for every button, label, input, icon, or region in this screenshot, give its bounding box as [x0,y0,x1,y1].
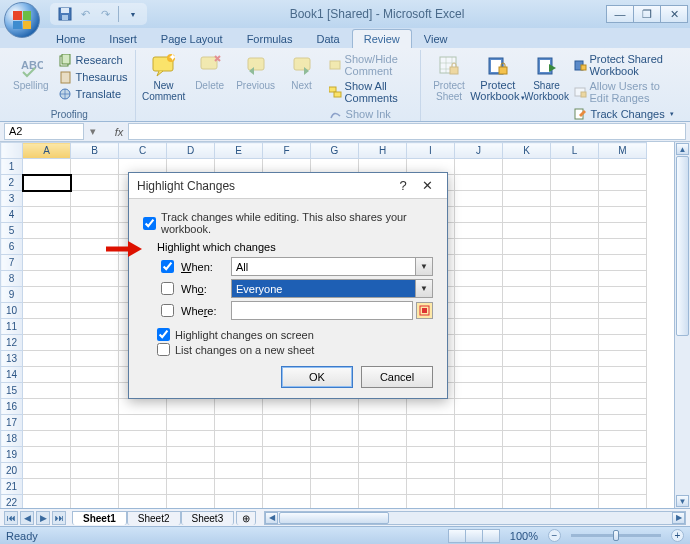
cell[interactable] [599,399,647,415]
column-header[interactable]: L [551,143,599,159]
list-new-sheet-checkbox[interactable] [157,343,170,356]
row-header[interactable]: 5 [1,223,23,239]
cell[interactable] [551,271,599,287]
cell[interactable] [119,463,167,479]
column-header[interactable]: A [23,143,71,159]
cell[interactable] [599,255,647,271]
cell[interactable] [407,463,455,479]
row-header[interactable]: 16 [1,399,23,415]
cell[interactable] [167,415,215,431]
cell[interactable] [503,255,551,271]
protect-workbook-button[interactable]: Protect Workbook▾ [473,50,522,105]
cell[interactable] [263,415,311,431]
cell[interactable] [455,255,503,271]
cell[interactable] [407,495,455,509]
cell[interactable] [455,479,503,495]
minimize-button[interactable]: — [606,5,634,23]
who-combobox[interactable]: Everyone▼ [231,279,433,298]
cell[interactable] [455,463,503,479]
cell[interactable] [551,207,599,223]
cell[interactable] [503,207,551,223]
horizontal-scroll-thumb[interactable] [279,512,389,524]
cell[interactable] [215,399,263,415]
cell[interactable] [551,367,599,383]
new-sheet-button[interactable]: ⊕ [236,511,256,525]
column-header[interactable]: K [503,143,551,159]
cell[interactable] [599,175,647,191]
column-header[interactable]: F [263,143,311,159]
track-changes-button[interactable]: Track Changes▾ [571,106,682,122]
cell[interactable] [167,399,215,415]
scroll-left-button[interactable]: ◀ [265,512,278,524]
row-header[interactable]: 22 [1,495,23,509]
save-icon[interactable] [58,7,72,21]
cell[interactable] [23,479,71,495]
cell[interactable] [23,431,71,447]
cell[interactable] [215,447,263,463]
where-checkbox[interactable] [161,304,174,317]
cell[interactable] [599,383,647,399]
cell[interactable] [263,463,311,479]
cell[interactable] [503,431,551,447]
cell[interactable] [71,383,119,399]
scroll-up-button[interactable]: ▲ [676,143,689,155]
cell[interactable] [599,447,647,463]
tab-page-layout[interactable]: Page Layout [149,29,235,48]
cell[interactable] [455,287,503,303]
cell[interactable] [215,415,263,431]
cell[interactable] [551,463,599,479]
cell[interactable] [551,415,599,431]
cell[interactable] [167,479,215,495]
new-comment-button[interactable]: ✦ New Comment [142,50,186,104]
cell[interactable] [23,399,71,415]
cell[interactable] [599,367,647,383]
cell[interactable] [23,335,71,351]
name-box[interactable]: A2 [4,123,84,140]
cell[interactable] [71,319,119,335]
fx-button[interactable]: fx [112,124,126,140]
cell[interactable] [503,175,551,191]
row-header[interactable]: 7 [1,255,23,271]
cell[interactable] [167,447,215,463]
select-all-corner[interactable] [1,143,23,159]
prev-sheet-button[interactable]: ◀ [20,511,34,525]
scroll-right-button[interactable]: ▶ [672,512,685,524]
zoom-label[interactable]: 100% [510,530,538,542]
qat-customize-icon[interactable]: ▼ [125,7,139,21]
cell[interactable] [215,463,263,479]
cell[interactable] [119,447,167,463]
cell[interactable] [119,479,167,495]
dialog-close-button[interactable]: ✕ [415,176,439,196]
previous-comment-button[interactable]: Previous [234,50,278,93]
cell[interactable] [503,271,551,287]
tab-formulas[interactable]: Formulas [235,29,305,48]
office-button[interactable] [4,2,40,38]
cell[interactable] [503,335,551,351]
research-button[interactable]: Research [56,52,131,68]
next-comment-button[interactable]: Next [280,50,324,93]
cell[interactable] [551,159,599,175]
cell[interactable] [455,367,503,383]
cell[interactable] [71,159,119,175]
row-header[interactable]: 14 [1,367,23,383]
cell[interactable] [455,239,503,255]
formula-input[interactable] [128,123,686,140]
cell[interactable] [263,495,311,509]
cell[interactable] [599,335,647,351]
cell[interactable] [311,431,359,447]
cell[interactable] [263,399,311,415]
cell[interactable] [455,495,503,509]
cell[interactable] [599,191,647,207]
sheet-tab[interactable]: Sheet2 [127,511,181,525]
cancel-button[interactable]: Cancel [361,366,433,388]
allow-edit-ranges-button[interactable]: Allow Users to Edit Ranges [571,79,682,105]
cell[interactable] [551,255,599,271]
cell[interactable] [503,463,551,479]
row-header[interactable]: 1 [1,159,23,175]
column-header[interactable]: I [407,143,455,159]
cell[interactable] [71,287,119,303]
cell[interactable] [407,415,455,431]
cell[interactable] [71,351,119,367]
cell[interactable] [503,303,551,319]
cell[interactable] [71,303,119,319]
